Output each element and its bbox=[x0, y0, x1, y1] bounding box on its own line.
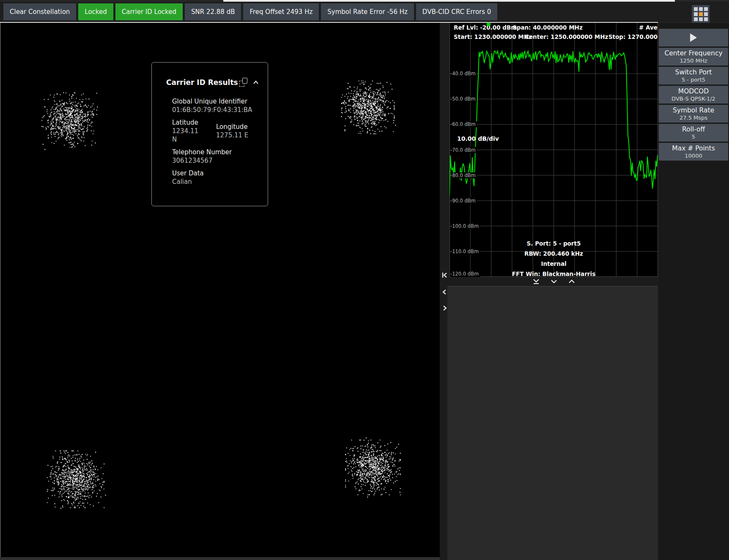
apps-grid-icon bbox=[694, 7, 698, 11]
toolbar: Clear Constellation Locked Carrier ID Lo… bbox=[0, 2, 729, 22]
sidebar-item-max-points[interactable]: Max # Points 10000 bbox=[659, 143, 728, 161]
reference-label: Internal bbox=[449, 259, 658, 269]
horizontal-scrollbar[interactable] bbox=[0, 557, 440, 560]
apps-grid-button[interactable] bbox=[692, 5, 710, 23]
scroll-up-button[interactable] bbox=[568, 278, 576, 285]
spectrum-bottom-bar bbox=[449, 277, 658, 286]
sidebar-item-modcod[interactable]: MODCOD DVB-S QPSK-1/2 bbox=[659, 86, 728, 104]
sidebar-item-center-frequency[interactable]: Center Frequency 1250 MHz bbox=[659, 48, 728, 66]
y-axis-label: -80.0 dBm bbox=[450, 172, 477, 178]
collapse-button[interactable] bbox=[252, 79, 259, 85]
play-button[interactable] bbox=[659, 29, 728, 46]
constellation-display[interactable]: Carrier ID Results Global Unique Identif… bbox=[0, 23, 440, 557]
collapse-left-icon bbox=[441, 272, 448, 279]
collapse-down-button[interactable] bbox=[532, 278, 540, 285]
scroll-down-button[interactable] bbox=[550, 278, 558, 285]
app-window: Clear Constellation Locked Carrier ID Lo… bbox=[0, 0, 729, 560]
chevron-up-icon bbox=[252, 79, 259, 85]
sidebar-item-symbol-rate[interactable]: Symbol Rate 27.5 Msps bbox=[659, 105, 728, 123]
field-longitude: Longitude 1275.11 E bbox=[216, 123, 248, 139]
status-dvb-cid-crc-errors[interactable]: DVB-CID CRC Errors 0 bbox=[416, 3, 498, 20]
play-icon bbox=[690, 33, 697, 42]
sidebar-item-switch-port[interactable]: Switch Port 5 - port5 bbox=[659, 67, 728, 85]
clear-constellation-button[interactable]: Clear Constellation bbox=[3, 3, 76, 20]
stop-label: Stop: 1270.000 bbox=[608, 33, 658, 40]
chevron-right-icon bbox=[441, 305, 448, 311]
carrier-id-card: Carrier ID Results Global Unique Identif… bbox=[151, 62, 268, 206]
span-label: Span: 40.000000 MHz bbox=[512, 24, 583, 31]
center-label: Center: 1250.000000 MHz bbox=[525, 33, 608, 40]
field-user-data: User Data Calian bbox=[172, 169, 260, 186]
sidebar: Center Frequency 1250 MHz Switch Port 5 … bbox=[658, 23, 729, 560]
lower-right-panel bbox=[447, 286, 658, 560]
db-per-div-label: 10.00 dB/div bbox=[457, 135, 499, 142]
y-axis-label: -90.0 dBm bbox=[450, 198, 477, 204]
marker-dot bbox=[487, 22, 491, 26]
card-header: Carrier ID Results bbox=[152, 63, 268, 87]
ref-level-label: Ref Lvl: -20.00 dBm bbox=[454, 24, 517, 31]
y-axis-label: -60.0 dBm bbox=[450, 121, 477, 127]
left-edge-border bbox=[0, 23, 1, 557]
source-port-label: S. Port: 5 - port5 bbox=[449, 238, 658, 249]
status-snr[interactable]: SNR 22.88 dB bbox=[185, 3, 241, 20]
sidebar-item-roll-off[interactable]: Roll-off 5 bbox=[659, 124, 728, 142]
collapse-down-icon bbox=[532, 278, 540, 285]
y-axis-label: -50.0 dBm bbox=[450, 96, 477, 102]
chevron-down-icon bbox=[550, 278, 558, 285]
status-locked[interactable]: Locked bbox=[78, 3, 113, 20]
status-freq-offset[interactable]: Freq Offset 2493 Hz bbox=[243, 3, 319, 20]
copy-button[interactable] bbox=[239, 78, 247, 87]
start-label: Start: 1230.000000 MHz bbox=[454, 33, 532, 40]
chevron-up-icon bbox=[568, 278, 576, 285]
card-body: Global Unique Identifier 01:6B:50:79:F0:… bbox=[152, 87, 268, 186]
card-title: Carrier ID Results bbox=[166, 78, 239, 87]
field-telephone-number: Telephone Number 3061234567 bbox=[172, 148, 260, 165]
collapse-left-button[interactable] bbox=[441, 271, 448, 279]
rbw-label: RBW: 200.460 kHz bbox=[449, 249, 658, 259]
y-axis-label: -40.0 dBm bbox=[450, 71, 477, 76]
y-axis-label: -70.0 dBm bbox=[450, 147, 477, 153]
status-carrier-id-locked[interactable]: Carrier ID Locked bbox=[115, 3, 183, 20]
field-global-unique-identifier: Global Unique Identifier 01:6B:50:79:F0:… bbox=[172, 98, 260, 114]
chevron-left-icon bbox=[441, 289, 448, 295]
spectrum-panel[interactable]: -40.0 dBm-50.0 dBm-60.0 dBm-70.0 dBm-80.… bbox=[449, 23, 658, 277]
spectrum-footer: S. Port: 5 - port5 RBW: 200.460 kHz Inte… bbox=[449, 238, 658, 279]
field-latitude: Latitude 1234.11 N bbox=[172, 119, 216, 144]
y-axis-label: -100.0 dBm bbox=[450, 223, 480, 229]
averages-label: # Ave bbox=[639, 24, 658, 31]
status-symbol-rate-error[interactable]: Symbol Rate Error -56 Hz bbox=[321, 3, 414, 20]
